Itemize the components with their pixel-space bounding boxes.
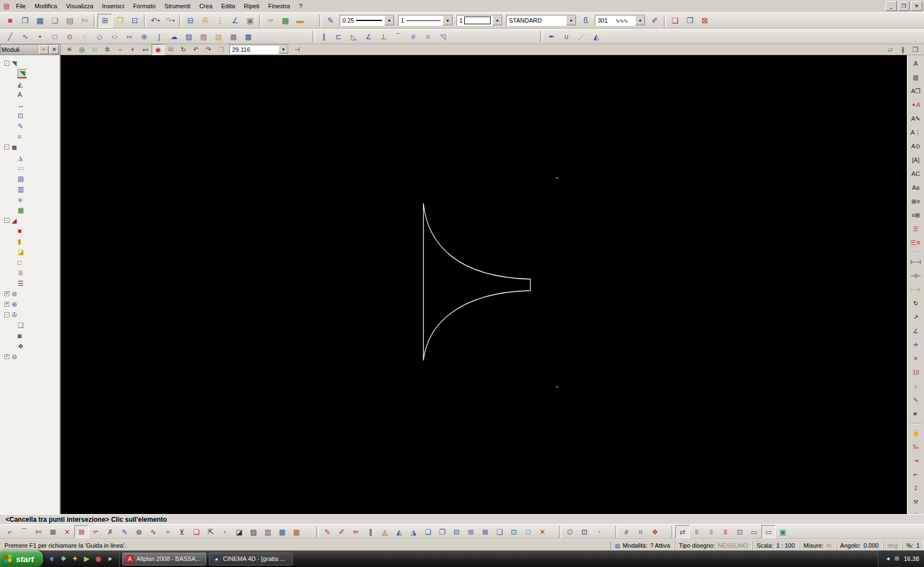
dim-circle-button[interactable]: ↻ bbox=[908, 297, 924, 311]
pen-edit-button[interactable]: ✐ bbox=[647, 14, 662, 28]
dim-delete-button[interactable]: ✕ bbox=[908, 352, 924, 366]
doc-export-button[interactable]: ❐ bbox=[683, 14, 697, 28]
brush-button[interactable]: ✑ bbox=[263, 14, 278, 28]
trim-box-button[interactable]: ⊠ bbox=[46, 525, 60, 538]
dim-arrow-right-button[interactable]: ⇥ bbox=[908, 454, 924, 468]
pen-colors-button[interactable]: ⋮ bbox=[213, 14, 228, 28]
ruler-small-button[interactable]: ▭ bbox=[747, 525, 761, 538]
trim-button[interactable]: ✄ bbox=[31, 525, 46, 538]
parallel-lines-tool[interactable]: ∥ bbox=[316, 30, 331, 44]
text-circle-button[interactable]: A⊙ bbox=[908, 140, 924, 153]
tree-item-camera-path[interactable]: ❖ bbox=[0, 341, 60, 351]
pen-edit2-button[interactable]: ✐ bbox=[335, 525, 349, 538]
copy-button[interactable]: ❏ bbox=[421, 525, 435, 538]
pen-width-combo-dropdown[interactable]: ▾ bbox=[384, 15, 394, 25]
protractor-button[interactable]: ∠ bbox=[228, 14, 243, 28]
measure-pen-button[interactable]: ✎ bbox=[117, 525, 132, 538]
pen-edit3-button[interactable]: ✏ bbox=[349, 525, 363, 538]
tray-chevron-icon[interactable]: ◄ bbox=[883, 554, 892, 563]
tree-node-terrain[interactable]: +⊕ bbox=[0, 299, 60, 309]
task-allplan[interactable]: AAllplan 2008 - BASSA... bbox=[122, 553, 206, 565]
dim-angle-button[interactable]: ∠ bbox=[908, 324, 924, 338]
dropdown-arrow-icon[interactable]: ▾ bbox=[158, 18, 160, 23]
pattern-combo[interactable]: 301∿∿∿▾ bbox=[595, 15, 646, 26]
redo-button[interactable]: ↷▾ bbox=[163, 14, 178, 28]
zoom-out-button[interactable]: − bbox=[114, 44, 126, 55]
pattern-tool[interactable]: ▦ bbox=[241, 30, 256, 44]
tree-node-animation[interactable]: -✇ bbox=[0, 309, 60, 320]
text-block1-button[interactable]: ⊞≡ bbox=[908, 195, 924, 208]
pen-pick-button[interactable]: ✎ bbox=[323, 14, 338, 28]
zoom-scale-combo-dropdown[interactable]: ▾ bbox=[278, 45, 288, 54]
perpendicular-tool[interactable]: ⊥ bbox=[376, 30, 391, 44]
angle-tool[interactable]: ∠ bbox=[361, 30, 376, 44]
polyline-tool[interactable]: ∿ bbox=[18, 30, 33, 44]
view-undo-button[interactable]: ↶ bbox=[190, 44, 202, 55]
dense-grid-tool[interactable]: ⌗ bbox=[421, 30, 436, 44]
text-button[interactable]: A bbox=[908, 57, 924, 71]
open-project-button[interactable]: ❐ bbox=[18, 14, 33, 28]
layer-combo[interactable]: STANDARD▾ bbox=[506, 15, 577, 26]
grid-snap-button[interactable]: # bbox=[619, 525, 633, 538]
tree-item-plan[interactable]: ⌗ bbox=[0, 131, 60, 142]
layer-combo-dropdown[interactable]: ▾ bbox=[566, 15, 576, 25]
close-button[interactable]: ✕ bbox=[911, 1, 922, 11]
ruler-button[interactable]: ▬ bbox=[293, 14, 308, 28]
render-mode-button[interactable]: ◉ bbox=[152, 44, 164, 55]
line-type-combo[interactable]: 1▾ bbox=[398, 15, 453, 26]
project-structure-button[interactable]: ⊞ bbox=[98, 14, 112, 28]
import-button[interactable]: ✇ bbox=[198, 14, 213, 28]
cloud-tool[interactable]: ☁ bbox=[166, 30, 181, 44]
delete-between-intersections-button[interactable]: ⊠ bbox=[74, 525, 89, 538]
menu-crea[interactable]: Crea bbox=[195, 1, 217, 11]
tree-item-wall-openings[interactable]: ▮ bbox=[0, 236, 60, 247]
delete-button[interactable]: ✕ bbox=[535, 525, 550, 538]
tree-node-architecture[interactable]: -◢ bbox=[0, 215, 60, 226]
copy-view-button[interactable]: ❐ bbox=[909, 44, 922, 55]
delete-segment-button[interactable]: ✕ bbox=[60, 525, 74, 538]
pattern-combo-dropdown[interactable]: ▾ bbox=[635, 15, 645, 25]
tree-item-draft[interactable]: ◥ bbox=[0, 68, 60, 79]
pixel-area-button[interactable]: ⊡ bbox=[733, 525, 747, 538]
quicklaunch-overflow[interactable]: » bbox=[105, 554, 115, 564]
tree-item-copy[interactable]: ❏ bbox=[0, 320, 60, 330]
previous-view-button[interactable]: ↤ bbox=[139, 44, 152, 55]
doc-delete-button[interactable]: ⊠ bbox=[697, 14, 712, 28]
tree-item-urban[interactable]: ▦ bbox=[0, 205, 60, 215]
resize-button[interactable]: ⊡ bbox=[507, 525, 521, 538]
window-copy-button[interactable]: ⊡ bbox=[127, 14, 142, 28]
circle-tool[interactable]: ⊙ bbox=[62, 30, 77, 44]
delete-element-button[interactable]: ✃ bbox=[89, 525, 103, 538]
copy-delete-button[interactable]: ❏ bbox=[189, 525, 203, 538]
grid-snap2-button[interactable]: ⌗ bbox=[633, 525, 648, 538]
taskbar-clock[interactable]: 16.38 bbox=[904, 555, 919, 562]
menu-inserisci[interactable]: Inserisci bbox=[98, 1, 128, 11]
erase-button[interactable]: ✄ bbox=[77, 14, 92, 28]
menu-file[interactable]: File bbox=[12, 1, 30, 11]
menu-strumenti[interactable]: Strumenti bbox=[160, 1, 195, 11]
polygon-tool[interactable]: ◇ bbox=[92, 30, 107, 44]
fill-diagonal-button[interactable]: ◪ bbox=[232, 525, 246, 538]
dim-star-button[interactable]: ⊢✳ bbox=[908, 283, 924, 297]
text-red-lines-button[interactable]: ☰ bbox=[908, 222, 924, 236]
text-lines-button[interactable]: ▥ bbox=[908, 71, 924, 84]
doc-copy-button[interactable]: ❏ bbox=[668, 14, 683, 28]
column-dotted-button[interactable]: ▥ bbox=[261, 525, 275, 538]
grid-tool[interactable]: # bbox=[406, 30, 421, 44]
join-elements-button[interactable]: ⌐ bbox=[3, 525, 17, 538]
line-color-combo-dropdown[interactable]: ▾ bbox=[492, 15, 502, 25]
text-file-button[interactable]: A❒ bbox=[908, 84, 924, 98]
cross-out-button[interactable]: ≈ bbox=[160, 525, 175, 538]
curve-tool[interactable]: ʃ bbox=[152, 30, 166, 44]
tree-item-rooms[interactable]: □ bbox=[0, 257, 60, 268]
menu-help[interactable]: ? bbox=[294, 1, 307, 11]
menu-visualizza[interactable]: Visualizza bbox=[62, 1, 98, 11]
circle-dashed-tool[interactable]: ◌ bbox=[77, 30, 92, 44]
reduce-polyline-button[interactable]: ∿ bbox=[146, 525, 160, 538]
start-button[interactable]: start bbox=[0, 550, 43, 567]
zoom-all-button[interactable]: ✳ bbox=[63, 44, 76, 55]
stack-button[interactable]: ❑ bbox=[492, 525, 507, 538]
maximize-button[interactable]: ❐ bbox=[898, 1, 910, 11]
tree-item-grid[interactable]: ▥ bbox=[0, 184, 60, 194]
tree-item-label[interactable]: ◈ bbox=[0, 194, 60, 205]
